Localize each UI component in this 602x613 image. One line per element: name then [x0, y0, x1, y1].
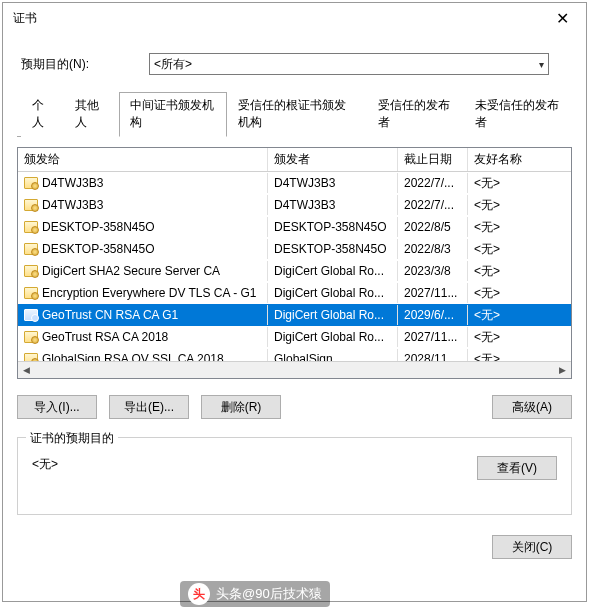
footer: 关闭(C) — [17, 535, 572, 559]
certificate-icon — [24, 199, 38, 211]
cell-expiration: 2029/6/... — [398, 305, 468, 325]
cell-issued-to: D4TWJ3B3 — [18, 195, 268, 215]
cell-issued-by: DESKTOP-358N45O — [268, 239, 398, 259]
purpose-select[interactable]: <所有> ▾ — [149, 53, 549, 75]
certificate-icon — [24, 287, 38, 299]
cell-friendly-name: <无> — [468, 282, 528, 305]
cell-expiration: 2022/8/3 — [398, 239, 468, 259]
table-row[interactable]: DESKTOP-358N45ODESKTOP-358N45O2022/8/5<无… — [18, 216, 571, 238]
cell-issued-by: GlobalSign — [268, 349, 398, 361]
dialog-content: 预期目的(N): <所有> ▾ 个人其他人中间证书颁发机构受信任的根证书颁发机构… — [3, 33, 586, 601]
delete-button[interactable]: 删除(R) — [201, 395, 281, 419]
tab-3[interactable]: 受信任的根证书颁发机构 — [227, 92, 367, 137]
table-row[interactable]: D4TWJ3B3D4TWJ3B32022/7/...<无> — [18, 194, 571, 216]
cell-friendly-name: <无> — [468, 216, 528, 239]
cell-issued-to: GeoTrust RSA CA 2018 — [18, 327, 268, 347]
action-buttons: 导入(I)... 导出(E)... 删除(R) 高级(A) — [17, 395, 572, 419]
certificate-icon — [24, 265, 38, 277]
column-issued-to[interactable]: 颁发给 — [18, 148, 268, 171]
cell-friendly-name: <无> — [468, 238, 528, 261]
scroll-track[interactable] — [35, 362, 554, 378]
import-button[interactable]: 导入(I)... — [17, 395, 97, 419]
group-title: 证书的预期目的 — [26, 430, 118, 447]
certificate-icon — [24, 221, 38, 233]
table-row[interactable]: DESKTOP-358N45ODESKTOP-358N45O2022/8/3<无… — [18, 238, 571, 260]
purpose-value: <所有> — [154, 56, 192, 73]
cell-issued-to: D4TWJ3B3 — [18, 173, 268, 193]
certificate-dialog: 证书 ✕ 预期目的(N): <所有> ▾ 个人其他人中间证书颁发机构受信任的根证… — [2, 2, 587, 602]
cell-issued-by: DigiCert Global Ro... — [268, 327, 398, 347]
titlebar: 证书 ✕ — [3, 3, 586, 33]
cell-issued-by: DESKTOP-358N45O — [268, 217, 398, 237]
purpose-group-value: <无> — [32, 456, 477, 480]
purpose-label: 预期目的(N): — [21, 56, 141, 73]
table-row[interactable]: DigiCert SHA2 Secure Server CADigiCert G… — [18, 260, 571, 282]
horizontal-scrollbar[interactable]: ◀ ▶ — [18, 361, 571, 378]
certificate-table: 颁发给 颁发者 截止日期 友好名称 D4TWJ3B3D4TWJ3B32022/7… — [17, 147, 572, 379]
export-button[interactable]: 导出(E)... — [109, 395, 189, 419]
cell-friendly-name: <无> — [468, 194, 528, 217]
cell-issued-by: D4TWJ3B3 — [268, 195, 398, 215]
scroll-left-icon[interactable]: ◀ — [18, 362, 35, 378]
scroll-right-icon[interactable]: ▶ — [554, 362, 571, 378]
cell-issued-by: DigiCert Global Ro... — [268, 305, 398, 325]
table-row[interactable]: GlobalSign RSA OV SSL CA 2018GlobalSign2… — [18, 348, 571, 361]
cell-expiration: 2023/3/8 — [398, 261, 468, 281]
tab-0[interactable]: 个人 — [21, 92, 64, 137]
purpose-row: 预期目的(N): <所有> ▾ — [21, 53, 572, 75]
tabs: 个人其他人中间证书颁发机构受信任的根证书颁发机构受信任的发布者未受信任的发布者 — [17, 91, 572, 137]
advanced-button[interactable]: 高级(A) — [492, 395, 572, 419]
tab-1[interactable]: 其他人 — [64, 92, 118, 137]
certificate-icon — [24, 309, 38, 321]
cell-issued-to: Encryption Everywhere DV TLS CA - G1 — [18, 283, 268, 303]
table-header: 颁发给 颁发者 截止日期 友好名称 — [18, 148, 571, 172]
cell-issued-to: DESKTOP-358N45O — [18, 217, 268, 237]
table-row[interactable]: GeoTrust CN RSA CA G1DigiCert Global Ro.… — [18, 304, 571, 326]
cell-friendly-name: <无> — [468, 304, 528, 327]
window-title: 证书 — [13, 10, 542, 27]
cell-friendly-name: <无> — [468, 326, 528, 349]
cell-issued-by: DigiCert Global Ro... — [268, 283, 398, 303]
cell-issued-to: DigiCert SHA2 Secure Server CA — [18, 261, 268, 281]
certificate-icon — [24, 353, 38, 361]
cell-expiration: 2022/7/... — [398, 195, 468, 215]
column-friendly-name[interactable]: 友好名称 — [468, 148, 528, 171]
cell-friendly-name: <无> — [468, 172, 528, 195]
cell-expiration: 2022/7/... — [398, 173, 468, 193]
cell-expiration: 2027/11... — [398, 327, 468, 347]
tab-4[interactable]: 受信任的发布者 — [367, 92, 464, 137]
tab-2[interactable]: 中间证书颁发机构 — [119, 92, 227, 137]
cell-issued-by: D4TWJ3B3 — [268, 173, 398, 193]
cell-issued-to: GlobalSign RSA OV SSL CA 2018 — [18, 349, 268, 361]
certificate-icon — [24, 331, 38, 343]
cell-friendly-name: <无> — [468, 348, 528, 362]
cell-issued-by: DigiCert Global Ro... — [268, 261, 398, 281]
cell-issued-to: DESKTOP-358N45O — [18, 239, 268, 259]
tab-5[interactable]: 未受信任的发布者 — [464, 92, 572, 137]
column-expiration[interactable]: 截止日期 — [398, 148, 468, 171]
table-body: D4TWJ3B3D4TWJ3B32022/7/...<无>D4TWJ3B3D4T… — [18, 172, 571, 361]
table-row[interactable]: Encryption Everywhere DV TLS CA - G1Digi… — [18, 282, 571, 304]
cell-issued-to: GeoTrust CN RSA CA G1 — [18, 305, 268, 325]
table-row[interactable]: GeoTrust RSA CA 2018DigiCert Global Ro..… — [18, 326, 571, 348]
close-icon[interactable]: ✕ — [542, 5, 582, 31]
certificate-icon — [24, 243, 38, 255]
column-issued-by[interactable]: 颁发者 — [268, 148, 398, 171]
cell-expiration: 2027/11... — [398, 283, 468, 303]
certificate-icon — [24, 177, 38, 189]
chevron-down-icon: ▾ — [539, 59, 544, 70]
table-row[interactable]: D4TWJ3B3D4TWJ3B32022/7/...<无> — [18, 172, 571, 194]
close-button[interactable]: 关闭(C) — [492, 535, 572, 559]
view-button[interactable]: 查看(V) — [477, 456, 557, 480]
cell-expiration: 2028/11... — [398, 349, 468, 361]
cell-expiration: 2022/8/5 — [398, 217, 468, 237]
cell-friendly-name: <无> — [468, 260, 528, 283]
purpose-group: 证书的预期目的 <无> 查看(V) — [17, 437, 572, 515]
